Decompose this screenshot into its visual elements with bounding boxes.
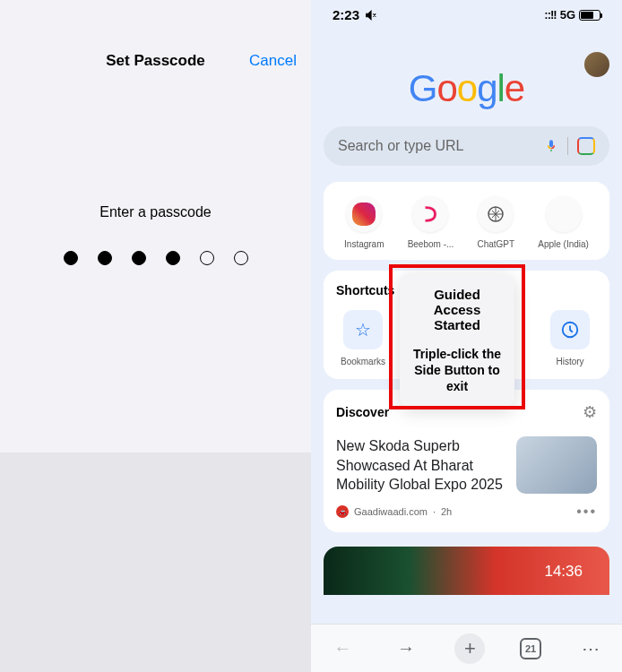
passcode-dot xyxy=(98,251,112,265)
app-chatgpt[interactable]: ChatGPT xyxy=(477,196,514,249)
menu-button[interactable]: ⋯ xyxy=(576,634,605,663)
passcode-dots xyxy=(64,251,248,265)
app-apple[interactable]: Apple (India) xyxy=(538,196,589,249)
cancel-button[interactable]: Cancel xyxy=(249,52,297,70)
mute-icon xyxy=(365,9,377,22)
passcode-dot xyxy=(64,251,78,265)
passcode-title: Set Passcode xyxy=(106,52,205,70)
tabs-button[interactable]: 21 xyxy=(520,638,541,659)
profile-avatar[interactable] xyxy=(584,52,609,77)
news-preview-image[interactable]: 14:36 xyxy=(324,547,609,595)
shortcut-history[interactable]: History xyxy=(543,310,597,366)
discover-section: Discover ⚙ New Skoda Superb Showcased At… xyxy=(324,390,609,532)
apple-icon xyxy=(546,196,582,232)
search-placeholder: Search or type URL xyxy=(338,138,544,154)
news-time: 2h xyxy=(441,506,452,517)
status-time: 2:23 xyxy=(333,7,359,22)
instagram-icon xyxy=(352,202,376,226)
news-item[interactable]: New Skoda Superb Showcased At Bharat Mob… xyxy=(336,436,597,495)
popup-title: Guided Access Started xyxy=(410,287,504,332)
frequent-apps: Instagram Beebom -... ChatGPT Apple (Ind… xyxy=(324,182,609,260)
passcode-screen: Set Passcode Cancel Enter a passcode xyxy=(0,0,311,672)
app-beebom[interactable]: Beebom -... xyxy=(408,196,454,249)
source-icon: 🚗 xyxy=(336,505,349,518)
history-icon xyxy=(550,310,590,349)
lens-icon[interactable] xyxy=(577,137,595,155)
passcode-dot xyxy=(166,251,180,265)
new-tab-button[interactable]: + xyxy=(454,633,485,664)
battery-icon xyxy=(579,10,600,21)
more-icon[interactable]: ••• xyxy=(576,504,597,520)
signal-icon: ::!! xyxy=(544,8,556,22)
passcode-content: Enter a passcode xyxy=(0,88,311,452)
shortcut-bookmarks[interactable]: ☆ Bookmarks xyxy=(336,310,390,366)
passcode-dot xyxy=(234,251,248,265)
browser-toolbar: ← → + 21 ⋯ xyxy=(311,624,622,672)
preview-clock: 14:36 xyxy=(544,563,583,581)
status-bar: 2:23 ::!! 5G xyxy=(311,0,622,26)
gear-icon[interactable]: ⚙ xyxy=(583,402,597,422)
discover-title: Discover xyxy=(336,405,389,419)
search-input[interactable]: Search or type URL xyxy=(324,126,609,166)
news-image xyxy=(516,436,597,494)
passcode-dot xyxy=(132,251,146,265)
passcode-dot xyxy=(200,251,214,265)
voice-search-icon[interactable] xyxy=(544,137,558,155)
beebom-icon xyxy=(412,196,448,232)
back-button[interactable]: ← xyxy=(328,634,357,663)
passcode-prompt: Enter a passcode xyxy=(99,204,212,220)
network-label: 5G xyxy=(560,8,575,22)
app-instagram[interactable]: Instagram xyxy=(344,196,384,249)
keyboard-area[interactable] xyxy=(0,452,311,672)
divider xyxy=(567,137,568,155)
forward-button[interactable]: → xyxy=(392,634,420,663)
chatgpt-icon xyxy=(478,196,514,232)
star-icon: ☆ xyxy=(343,310,383,349)
news-title: New Skoda Superb Showcased At Bharat Mob… xyxy=(336,436,505,495)
browser-screen: 2:23 ::!! 5G Google Search or type URL I… xyxy=(311,0,622,672)
popup-text: Triple-click the Side Button to exit xyxy=(410,346,504,395)
passcode-header: Set Passcode Cancel xyxy=(0,0,311,88)
news-meta: 🚗 Gaadiwaadi.com · 2h ••• xyxy=(336,504,597,520)
google-logo: Google xyxy=(311,67,622,110)
guided-access-popup: Guided Access Started Triple-click the S… xyxy=(400,274,514,408)
news-source: Gaadiwaadi.com xyxy=(354,506,428,517)
